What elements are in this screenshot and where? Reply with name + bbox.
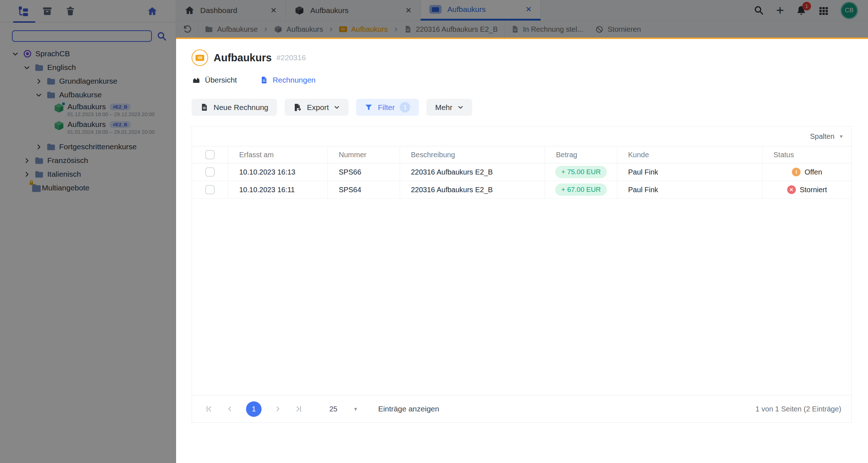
course-cube-icon <box>53 102 65 114</box>
page-header: Aufbaukurs #220316 <box>192 49 306 66</box>
breadcrumb-item-aufbaukurse[interactable]: Aufbaukurse <box>205 25 258 34</box>
tree-item-englisch[interactable]: Englisch <box>0 61 176 74</box>
tab-dashboard[interactable]: Dashboard ✕ <box>176 0 286 21</box>
chart-icon <box>192 76 200 84</box>
select-all-checkbox[interactable] <box>205 150 215 159</box>
chevron-right-icon[interactable] <box>23 157 30 164</box>
document-icon <box>404 25 412 33</box>
tree-item-label: Aufbaukurs <box>67 120 106 129</box>
first-page-button[interactable] <box>205 405 214 413</box>
history-button[interactable] <box>183 25 192 34</box>
next-page-button[interactable] <box>274 405 282 413</box>
row-checkbox[interactable] <box>205 185 215 194</box>
tab-aufbaukurs-2-active[interactable]: Aufbaukurs ✕ <box>421 0 541 21</box>
new-invoice-button[interactable]: Neue Rechnung <box>192 99 277 116</box>
tree-item-course-2[interactable]: Aufbaukurs #E2_B 01.01.2024 18:00 – 29.0… <box>0 120 176 137</box>
breadcrumb-action-stornieren[interactable]: Stornieren <box>595 25 641 34</box>
close-icon[interactable]: ✕ <box>525 5 532 14</box>
chevron-down-icon[interactable] <box>12 50 19 57</box>
chevron-right-icon[interactable] <box>23 171 30 178</box>
table-row[interactable]: 10.10.2023 16:13 SPS66 220316 Aufbaukurs… <box>192 163 851 181</box>
cell-erfasst-am: 10.10.2023 16:11 <box>228 181 328 198</box>
course-type-icon <box>192 49 208 66</box>
apps-grid-button[interactable] <box>819 5 829 16</box>
tree-item-label: Fortgeschrittenenkurse <box>59 142 137 151</box>
column-header-nummer[interactable]: Nummer <box>328 146 400 163</box>
tree-item-franzoesisch[interactable]: Französisch <box>0 154 176 167</box>
home-icon <box>147 6 157 16</box>
close-icon[interactable]: ✕ <box>270 6 277 15</box>
sidebar-home-button[interactable] <box>144 3 161 19</box>
status-dot-icon <box>61 102 66 106</box>
column-header-kunde[interactable]: Kunde <box>617 146 763 163</box>
row-checkbox[interactable] <box>205 167 215 177</box>
table-footer: 1 25 ▼ Einträge anzeigen 1 von 1 Seiten … <box>192 395 851 422</box>
sidebar-search-input[interactable] <box>12 30 152 42</box>
tree-view-tab[interactable] <box>15 3 32 19</box>
page-size-select[interactable]: 25 ▼ <box>329 405 358 413</box>
breadcrumb-item-invoice[interactable]: 220316 Aufbaukurs E2_B <box>404 25 498 34</box>
export-button[interactable]: Export <box>285 99 349 116</box>
grid-icon <box>819 5 829 16</box>
tree-item-label: Multiangebote <box>42 184 89 192</box>
breadcrumb-item-aufbaukurs-cube[interactable]: Aufbaukurs <box>274 25 323 34</box>
column-header-beschreibung[interactable]: Beschreibung <box>400 146 545 163</box>
table-row[interactable]: 10.10.2023 16:11 SPS64 220316 Aufbaukurs… <box>192 181 851 199</box>
cell-beschreibung: 220316 Aufbaukurs E2_B <box>400 163 545 181</box>
add-button[interactable]: + <box>776 5 784 16</box>
columns-dropdown[interactable]: Spalten ▼ <box>810 132 843 141</box>
column-header-status[interactable]: Status <box>763 146 851 163</box>
chevron-right-icon[interactable] <box>35 78 42 85</box>
action-buttons: Neue Rechnung Export Filter 1 Mehr <box>192 99 472 116</box>
archive-button[interactable] <box>39 3 56 19</box>
course-dates: 01.01.2024 18:00 – 29.01.2024 20:00 <box>67 129 155 135</box>
tree-item-label: Englisch <box>47 63 76 72</box>
tab-rechnungen[interactable]: Rechnungen <box>260 76 316 84</box>
tab-uebersicht[interactable]: Übersicht <box>192 76 237 84</box>
tab-label: Dashboard <box>200 6 237 15</box>
filter-button[interactable]: Filter 1 <box>356 99 419 116</box>
orange-card-icon <box>339 26 347 32</box>
global-search-button[interactable] <box>754 5 764 16</box>
tree-item-grundlagenkurse[interactable]: Grundlagenkurse <box>0 74 176 88</box>
tree-item-course-1[interactable]: Aufbaukurs #E2_B 01.12.2023 18:00 – 29.1… <box>0 102 176 119</box>
tree-item-label: Französisch <box>47 156 88 165</box>
tree-item-multiangebote[interactable]: Multiangebote <box>0 181 176 195</box>
tab-aufbaukurs-1[interactable]: Aufbaukurs ✕ <box>286 0 421 21</box>
breadcrumb-item-aufbaukurs-active[interactable]: Aufbaukurs <box>339 25 387 34</box>
sidebar: SprachCB Englisch Grundlagenkurse Aufbau… <box>0 0 176 463</box>
tree-item-label: Italienisch <box>47 170 81 178</box>
tree-item-italienisch[interactable]: Italienisch <box>0 167 176 181</box>
search-icon[interactable] <box>157 31 167 41</box>
column-header-betrag[interactable]: Betrag <box>545 146 617 163</box>
cell-nummer: SPS66 <box>328 163 400 181</box>
invoice-icon <box>260 76 268 84</box>
chevron-right-icon <box>263 27 268 32</box>
last-page-button[interactable] <box>294 405 303 413</box>
table-header-row: Erfasst am Nummer Beschreibung Betrag Ku… <box>192 146 851 163</box>
status-badge: ! Offen <box>792 168 822 176</box>
folder-icon <box>34 63 44 72</box>
chevron-down-icon[interactable] <box>23 64 30 71</box>
breadcrumb-action-invoice[interactable]: In Rechnung stel... <box>511 25 583 34</box>
tree-item-sprachcb[interactable]: SprachCB <box>0 47 176 61</box>
folder-icon <box>46 142 56 152</box>
locked-folder-icon <box>31 183 42 193</box>
notifications-button[interactable]: 1 <box>796 5 807 16</box>
radio-target-icon <box>23 49 32 58</box>
user-avatar[interactable]: CB <box>841 2 858 19</box>
chevron-down-icon: ▼ <box>839 134 843 139</box>
previous-page-button[interactable] <box>226 405 234 413</box>
more-button[interactable]: Mehr <box>426 99 472 116</box>
course-tree: SprachCB Englisch Grundlagenkurse Aufbau… <box>0 47 176 195</box>
chevron-down-icon[interactable] <box>35 92 42 98</box>
column-header-erfasst-am[interactable]: Erfasst am <box>228 146 328 163</box>
trash-button[interactable] <box>62 3 79 19</box>
chevron-right-icon[interactable] <box>35 144 42 150</box>
current-page-button[interactable]: 1 <box>246 401 262 417</box>
tree-item-aufbaukurse[interactable]: Aufbaukurse <box>0 88 176 102</box>
cube-icon <box>294 5 304 16</box>
app-screen: SprachCB Englisch Grundlagenkurse Aufbau… <box>0 0 868 463</box>
tree-item-fortgeschrittenenkurse[interactable]: Fortgeschrittenenkurse <box>0 140 176 154</box>
close-icon[interactable]: ✕ <box>405 6 412 15</box>
